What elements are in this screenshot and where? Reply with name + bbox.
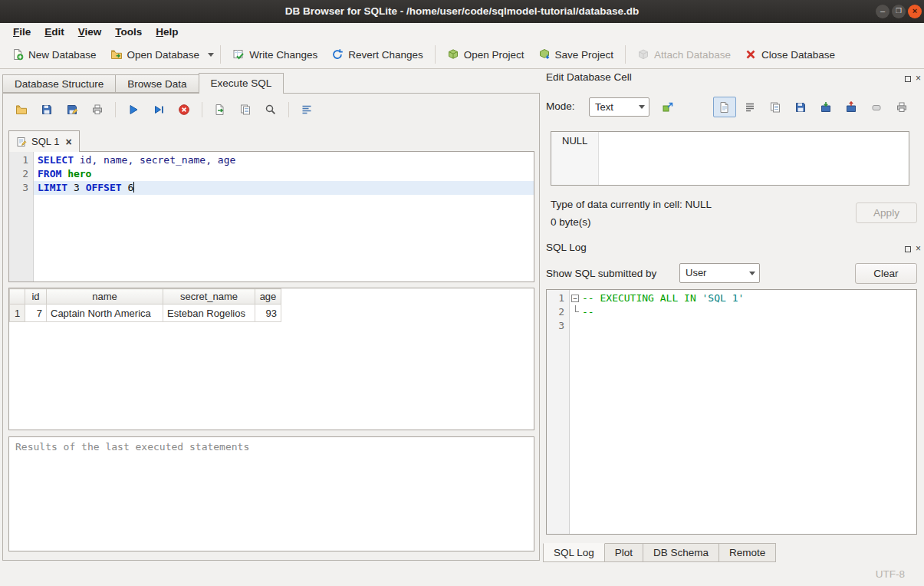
- clear-log-button[interactable]: Clear: [855, 263, 917, 284]
- mode-select[interactable]: Text: [589, 97, 649, 117]
- fold-column: [570, 305, 582, 319]
- sql-token: 6: [122, 182, 134, 193]
- copy-cell-button[interactable]: [764, 97, 787, 117]
- sql-editor[interactable]: 1 2 3 SELECT id, name, secret_name, age …: [8, 151, 534, 282]
- open-database-button[interactable]: Open Database: [104, 45, 207, 64]
- print-sql-button[interactable]: [88, 100, 107, 119]
- save-results-button[interactable]: [236, 100, 255, 119]
- open-project-icon: [447, 48, 459, 61]
- tab-database-structure[interactable]: Database Structure: [2, 74, 116, 93]
- cell-secret-name[interactable]: Esteban Rogelios: [163, 305, 255, 322]
- menu-view[interactable]: View: [71, 23, 109, 41]
- save-project-button[interactable]: Save Project: [531, 45, 621, 64]
- tab-sql1[interactable]: SQL 1 ×: [8, 130, 80, 152]
- word-wrap-cell-button[interactable]: [738, 97, 761, 117]
- sql-log-gutter: 1 2 3: [547, 290, 570, 534]
- word-wrap-button[interactable]: [298, 100, 316, 119]
- encoding-indicator[interactable]: UTF-8: [876, 568, 905, 580]
- stop-icon: [178, 104, 190, 116]
- write-changes-button[interactable]: Write Changes: [225, 45, 324, 64]
- cell-editor[interactable]: NULL: [551, 131, 909, 186]
- sql-log-code[interactable]: − -- EXECUTING ALL IN 'SQL 1' --: [570, 290, 916, 534]
- sql-token: id, name, secret_name, age: [74, 154, 235, 166]
- save-sql-file-button[interactable]: [38, 100, 56, 119]
- fold-collapse-icon[interactable]: −: [571, 295, 579, 302]
- sql-log-filter-label: Show SQL submitted by: [546, 268, 656, 279]
- new-database-button[interactable]: New Database: [5, 45, 104, 64]
- results-message-area[interactable]: Results of the last executed statements: [8, 436, 534, 551]
- toolbar-separator: [288, 102, 289, 117]
- attach-database-label: Attach Database: [654, 49, 731, 61]
- execute-all-icon: [127, 104, 140, 116]
- print-cell-button[interactable]: [890, 97, 913, 117]
- sql-editor-code[interactable]: SELECT id, name, secret_name, age FROM h…: [34, 152, 534, 281]
- sql-log-editor[interactable]: 1 2 3 − -- EXECUTING ALL IN 'SQL 1' --: [546, 289, 917, 535]
- sql-log-close-icon[interactable]: ×: [913, 243, 923, 253]
- save-project-label: Save Project: [555, 49, 614, 61]
- toolbar-separator: [435, 45, 436, 64]
- column-header-id[interactable]: id: [25, 289, 47, 305]
- minimize-icon[interactable]: –: [876, 5, 889, 18]
- new-database-icon: [12, 48, 24, 61]
- column-header-secret-name[interactable]: secret_name: [163, 289, 255, 305]
- find-replace-button[interactable]: [261, 100, 280, 119]
- sql-log-float-icon[interactable]: [903, 244, 912, 254]
- column-header-age[interactable]: age: [255, 289, 281, 305]
- open-database-icon: [110, 48, 123, 61]
- attach-database-icon: [637, 48, 649, 61]
- save-cell-button[interactable]: [789, 97, 812, 117]
- cell-editor-body[interactable]: [599, 132, 909, 185]
- apply-button[interactable]: Apply: [856, 202, 917, 223]
- sql-token: SELECT: [38, 154, 74, 166]
- tab-plot[interactable]: Plot: [604, 543, 643, 562]
- tab-sql1-close-icon[interactable]: ×: [65, 137, 71, 147]
- open-database-dropdown[interactable]: [206, 46, 215, 63]
- tab-db-schema[interactable]: DB Schema: [643, 543, 719, 562]
- close-database-button[interactable]: Close Database: [738, 45, 842, 64]
- cell-id[interactable]: 7: [25, 305, 47, 322]
- menu-file[interactable]: File: [6, 23, 38, 41]
- log-line: [570, 319, 916, 333]
- menu-edit[interactable]: Edit: [38, 23, 71, 41]
- attach-database-button[interactable]: Attach Database: [630, 45, 738, 64]
- set-null-button[interactable]: [865, 97, 888, 117]
- close-icon[interactable]: ×: [908, 5, 922, 18]
- open-external-button[interactable]: [657, 97, 679, 117]
- text-mode-button[interactable]: [713, 97, 736, 117]
- column-header-name[interactable]: name: [47, 289, 163, 305]
- tab-remote[interactable]: Remote: [718, 543, 776, 562]
- execute-current-line-button[interactable]: [150, 100, 168, 119]
- open-sql-file-button[interactable]: [12, 100, 31, 119]
- menu-tools[interactable]: Tools: [108, 23, 149, 41]
- sql-log-filter-value: User: [686, 264, 745, 282]
- table-row: 1 7 Captain North America Esteban Rogeli…: [10, 305, 290, 322]
- copy-icon: [769, 101, 781, 114]
- export-cell-button[interactable]: [840, 97, 863, 117]
- open-project-label: Open Project: [464, 49, 524, 61]
- cell-name[interactable]: Captain North America: [47, 305, 163, 322]
- save-sql-as-button[interactable]: [63, 100, 81, 119]
- results-grid: id name secret_name age 1 7 Captain Nort…: [8, 288, 534, 430]
- revert-changes-icon: [331, 48, 344, 61]
- open-project-button[interactable]: Open Project: [440, 45, 531, 64]
- edit-cell-close-icon[interactable]: ×: [913, 73, 923, 83]
- tab-sql-log[interactable]: SQL Log: [543, 543, 605, 562]
- cell-age[interactable]: 93: [255, 305, 281, 322]
- grid-corner[interactable]: [10, 289, 25, 305]
- sql-log-filter-select[interactable]: User: [679, 263, 760, 283]
- execute-all-button[interactable]: [124, 100, 143, 119]
- main-tabbar: Database Structure Browse Data Execute S…: [2, 73, 283, 93]
- chevron-down-icon: [208, 53, 214, 60]
- save-project-icon: [538, 48, 551, 61]
- main-toolbar: New Database Open Database Write Changes…: [0, 41, 924, 69]
- import-cell-button[interactable]: [814, 97, 837, 117]
- row-header[interactable]: 1: [10, 305, 25, 322]
- edit-cell-float-icon[interactable]: [903, 74, 912, 84]
- tab-browse-data[interactable]: Browse Data: [115, 74, 199, 93]
- maximize-icon[interactable]: ❐: [892, 5, 906, 18]
- stop-button[interactable]: [175, 100, 193, 119]
- export-csv-button[interactable]: [211, 100, 229, 119]
- menu-help[interactable]: Help: [149, 23, 185, 41]
- revert-changes-button[interactable]: Revert Changes: [324, 45, 430, 64]
- tab-execute-sql[interactable]: Execute SQL: [199, 73, 284, 94]
